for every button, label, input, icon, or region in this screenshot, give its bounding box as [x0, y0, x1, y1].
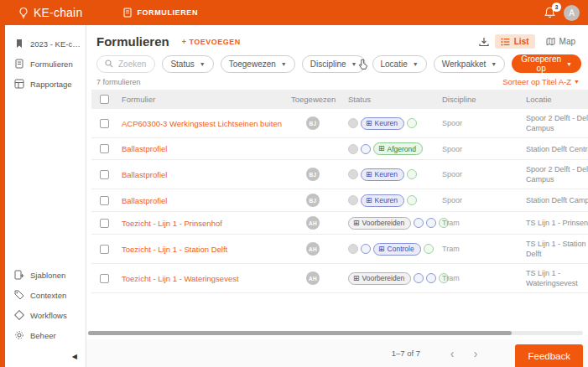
download-icon[interactable] [478, 35, 490, 48]
status-pill-icon: ⊞ [353, 220, 360, 227]
topnav-formulieren[interactable]: FORMULIEREN [122, 8, 198, 18]
status-cell: ⊞Voorbereiden [341, 217, 435, 230]
assignee-avatar[interactable]: BJ [306, 116, 320, 130]
status-pill-icon: ⊞ [353, 275, 360, 282]
status-step-circle[interactable] [361, 244, 371, 254]
discipline-cell: Tram [435, 274, 519, 282]
sidebar-item-workflows[interactable]: Workflows [5, 305, 86, 325]
add-form-button[interactable]: + TOEVOEGEN [182, 38, 241, 46]
status-step-circle[interactable] [407, 118, 417, 128]
row-checkbox[interactable] [100, 219, 109, 228]
list-icon [501, 38, 511, 46]
status-cell: ⊞Afgerond [341, 142, 435, 155]
group-by-label: Groeperen op [521, 54, 561, 73]
table-row: Toezicht - Lijn 1 - Station DelftAH⊞Cont… [91, 235, 588, 264]
chevron-left-icon[interactable]: ‹ [440, 348, 464, 359]
assignee-avatar[interactable]: AH [306, 216, 320, 230]
search-box[interactable] [96, 55, 155, 73]
horizontal-scrollbar-thumb[interactable] [88, 331, 512, 335]
filter-werkpakket[interactable]: Werkpakket▼ [434, 55, 506, 73]
sidebar-item-beheer[interactable]: Beheer [5, 325, 86, 345]
view-toggle-list[interactable]: List [495, 34, 535, 49]
assignee-avatar[interactable]: BJ [306, 168, 320, 181]
view-map-label: Map [559, 37, 575, 46]
row-checkbox[interactable] [100, 119, 109, 128]
filter-toegewezen[interactable]: Toegewezen▼ [221, 55, 295, 73]
status-step-circle[interactable] [407, 169, 417, 179]
filter-locatie[interactable]: Locatie▼ [372, 55, 427, 73]
row-checkbox[interactable] [100, 144, 109, 153]
status-step-circle[interactable] [424, 244, 434, 254]
row-checkbox[interactable] [100, 274, 109, 283]
form-title-link[interactable]: Toezicht - Lijn 1 - Prinsenhof [115, 219, 284, 228]
results-count: 7 formulieren [96, 78, 141, 86]
filter-discipline[interactable]: Discipline▼ [302, 55, 366, 73]
map-icon [546, 37, 556, 46]
form-title-link[interactable]: Toezicht - Lijn 1 - Station Delft [115, 245, 284, 254]
status-pill-afgerond[interactable]: ⊞Afgerond [373, 142, 423, 155]
status-pill-label: Controle [388, 245, 414, 253]
sidebar-item-2023-ke-chain-eve[interactable]: 2023 - KE-chain Eve... [5, 34, 86, 54]
view-list-label: List [514, 37, 529, 46]
chevron-right-icon[interactable]: › [464, 348, 487, 359]
sort-control[interactable]: Sorteer op Titel A-Z ▼ [502, 77, 580, 86]
status-step-circle[interactable] [348, 118, 358, 128]
status-step-circle[interactable] [407, 195, 417, 205]
status-pill-voorbereiden[interactable]: ⊞Voorbereiden [348, 217, 411, 230]
status-step-circle[interactable] [348, 169, 358, 179]
sidebar-item-formulieren[interactable]: Formulieren [5, 54, 86, 74]
status-step-circle[interactable] [348, 144, 358, 154]
horizontal-scrollbar[interactable] [88, 331, 583, 335]
feedback-button[interactable]: Feedback [515, 344, 583, 367]
row-checkbox[interactable] [100, 245, 109, 254]
status-cell: ⊞Voorbereiden [341, 272, 435, 285]
status-step-circle[interactable] [414, 218, 424, 228]
page-title: Formulieren [96, 34, 169, 49]
search-icon [104, 59, 114, 68]
sidebar-item-sjablonen[interactable]: Sjablonen [5, 265, 86, 285]
status-step-circle[interactable] [361, 144, 371, 154]
assignee-avatar[interactable]: AH [306, 242, 320, 256]
form-title-link[interactable]: Ballastprofiel [115, 144, 284, 153]
discipline-cell: Tram [435, 245, 519, 253]
row-checkbox-cell [91, 196, 115, 205]
sidebar: 2023 - KE-chain Eve...FormulierenRapport… [5, 25, 86, 367]
status-step-circle[interactable] [348, 195, 358, 205]
status-pill-keuren[interactable]: ⊞Keuren [361, 168, 404, 181]
assignee-avatar[interactable]: AH [306, 271, 320, 285]
form-title-link[interactable]: Ballastprofiel [115, 170, 284, 179]
select-all-checkbox[interactable] [100, 95, 109, 104]
form-title-link[interactable]: Toezicht - Lijn 1 - Wateringsevest [115, 274, 284, 283]
status-pill-keuren[interactable]: ⊞Keuren [361, 117, 404, 130]
filter-label: Werkpakket [442, 59, 487, 69]
form-title-link[interactable]: ACP60300-3 Werkingstest Lichtseinen buit… [115, 119, 284, 128]
assignee-cell: AH [284, 271, 341, 285]
status-pill-voorbereiden[interactable]: ⊞Voorbereiden [348, 272, 411, 285]
table-header: FormulierToegewezenStatusDisciplineLocat… [91, 90, 588, 109]
group-by-button[interactable]: Groeperen op ▼ [512, 54, 581, 73]
sidebar-collapse-icon[interactable]: ◀ [72, 353, 77, 360]
row-checkbox[interactable] [100, 170, 109, 179]
status-cell: ⊞Keuren [341, 117, 435, 130]
row-checkbox-cell [91, 219, 115, 228]
filter-status[interactable]: Status▼ [162, 55, 213, 73]
status-pill-label: Voorbereiden [362, 219, 405, 227]
view-toggle-map[interactable]: Map [540, 34, 581, 49]
form-title-link[interactable]: Ballastprofiel [115, 196, 284, 205]
row-checkbox[interactable] [100, 196, 109, 205]
sidebar-item-contexten[interactable]: Contexten [5, 285, 86, 305]
notifications-bell[interactable]: 3 [544, 6, 557, 19]
assignee-avatar[interactable]: BJ [306, 194, 320, 207]
assignee-cell: AH [284, 216, 341, 230]
discipline-cell: Spoor [435, 170, 519, 178]
status-step-circle[interactable] [348, 244, 358, 254]
sidebar-item-rapportage[interactable]: Rapportage [5, 74, 86, 94]
user-avatar[interactable]: A [564, 5, 580, 21]
status-step-circle[interactable] [414, 273, 424, 283]
location-cell: Station Delft Centraal [519, 144, 588, 154]
status-pill-controle[interactable]: ⊞Controle [373, 243, 421, 256]
status-pill-keuren[interactable]: ⊞Keuren [361, 194, 404, 207]
assignee-cell: BJ [284, 168, 341, 181]
search-input[interactable] [118, 59, 148, 69]
app-logo[interactable]: KE-chain [18, 6, 82, 19]
